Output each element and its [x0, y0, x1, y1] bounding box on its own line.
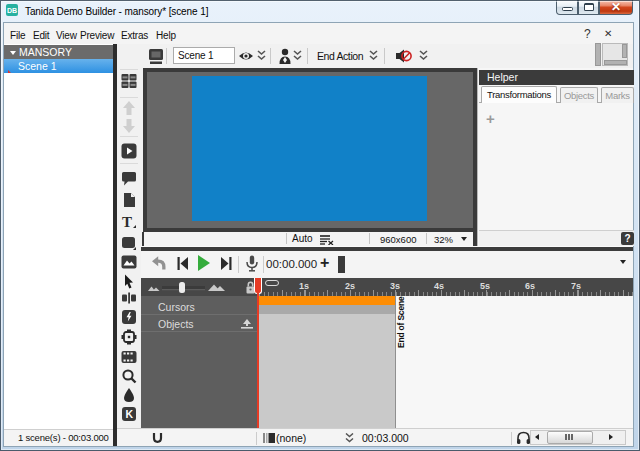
- svg-text:K: K: [126, 408, 134, 420]
- svg-text:T: T: [122, 214, 132, 230]
